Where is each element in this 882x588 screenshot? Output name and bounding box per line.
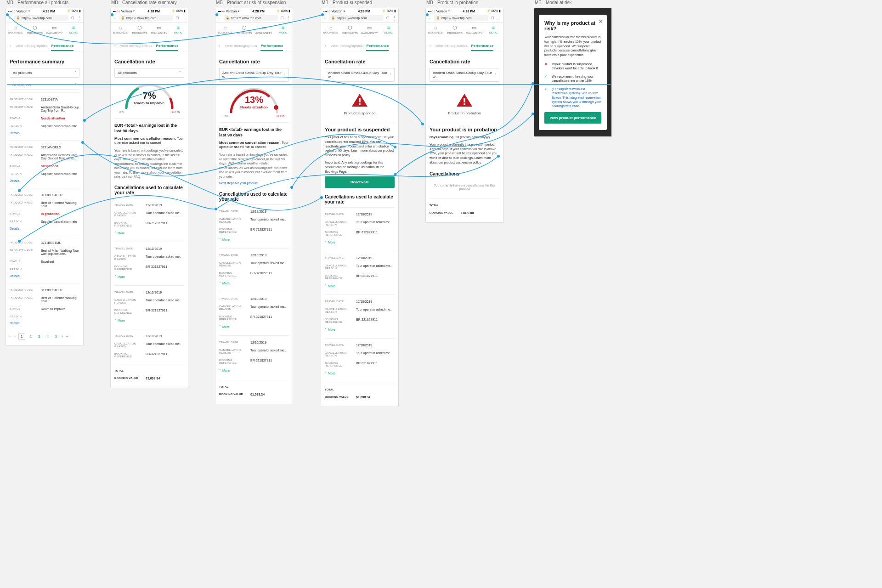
back-icon[interactable]: ← [113,17,117,20]
product-row: PRODUCT CODE3731BESTML PRODUCT NAMEBest … [10,236,79,282]
pager-page[interactable]: 2 [28,334,34,339]
pager-page[interactable]: 3 [36,334,42,339]
tabs-icon[interactable]: ▢ [70,16,75,20]
product-filter[interactable]: Ancient Ostia Small-Group Day Tour w...˅ [430,68,499,82]
more-icon[interactable]: ⋮ [181,16,186,20]
expand-more[interactable]: ˅More [219,368,230,373]
modal-title: Why is my product at risk? [544,20,601,31]
modal-backdrop: ✕ Why is my product at risk? Your cancel… [534,8,612,137]
status-bar: •••○○ Verizon ᯤ4:28 PM⚡ 80% ▮ [111,8,188,14]
nav-bookings[interactable]: ⌂BOOKINGS [6,25,25,34]
expand-more[interactable]: ˅More [114,318,125,322]
more-icon[interactable]: ⋮ [77,16,81,20]
gauge-caption: Needs attention [226,105,282,109]
cxl-heading: Cancellations [430,171,499,176]
url-bar[interactable]: 🔒 https://www.trip.com [14,15,68,21]
page-title: Cancellation rate [430,59,499,64]
pager-page[interactable]: 4 [45,334,50,339]
product-filter[interactable]: All products˅ [114,68,184,78]
value-code: 3731OSTIA [41,98,79,101]
cxl-row: TRAVEL DATE12/18/2019 CANCELLATION REASO… [114,198,184,239]
nav-more[interactable]: ≡MORE [64,25,83,34]
tab-demographics[interactable]: veler demographics [120,44,153,51]
url-bar[interactable]: 🔒https://www.trip.com [119,15,173,21]
chevron-down-icon: ˅ [75,83,77,87]
chevron-left-icon[interactable]: ‹ [114,44,116,51]
expand-more[interactable]: ˅More [219,325,230,329]
product-filter[interactable]: Ancient Ostia Small-Group Day Tour w...˅ [219,68,289,82]
tab-demographics[interactable]: veler demographics [16,44,48,51]
phone-frame: •••○○ Verizon ᯤ4:28 PM⚡ 80% ▮ ←🔒https://… [321,8,399,407]
details-link[interactable]: Details [10,322,19,325]
nav-products[interactable]: ⬡PRODUCTS [25,25,45,34]
product-filter[interactable]: All products˅ [10,68,79,78]
pager-page[interactable]: 1 [18,333,25,340]
expand-more[interactable]: ˅More [114,275,125,279]
nav-bookings[interactable]: ⌂BOOKINGS [111,25,130,34]
expand-more[interactable]: ˅More [325,240,335,244]
tab-performance[interactable]: Performance [156,44,178,51]
phone-frame: •••○○ Verizon ᯤ4:28 PM⚡ 80% ▮ ←🔒https://… [425,8,503,223]
url-text: www.trip.com [33,17,52,20]
expand-more[interactable]: ˅More [219,281,230,285]
rate-explainer: Your rate is based on bookings you've ca… [114,148,184,179]
label-reason: REASON [10,124,38,128]
nav-availability[interactable]: ▭AVAILABILTY [149,25,169,34]
gauge-chart: 13%Needs attention [226,85,282,114]
expand-more[interactable]: ˅More [325,284,335,288]
url-bar[interactable]: 🔒https://www.trip.com [224,15,278,21]
reactivate-button[interactable]: Reactivate [325,176,395,188]
gauge-value: 13% [226,95,282,105]
calendar-icon: ▭ [45,25,64,31]
totals: TOTAL BOOKING VALUE$1,098.34 [325,383,395,401]
sub-tabs: ‹ veler demographics Performance [6,40,83,51]
back-icon[interactable]: ← [8,17,12,20]
nav-products[interactable]: ⬡PRODUCTS [130,25,149,34]
hamburger-icon: ≡ [64,25,83,30]
clock: 4:28 PM [43,10,55,13]
label-status: STATUS [10,117,38,120]
expand-more[interactable]: ˅More [325,328,335,332]
details-link[interactable]: Details [10,274,19,277]
details-link[interactable]: Details [10,131,19,135]
next-steps-link[interactable]: Next steps for your product. [219,181,259,185]
label-code: PRODUCT CODE [10,98,38,101]
back-icon[interactable]: ← [217,17,222,20]
screen-label: MB - Product in probation [425,0,503,5]
nav-more[interactable]: ≡MORE [169,25,188,34]
product-filter[interactable]: Ancient Ostia Small-Group Day Tour w...˅ [325,68,395,82]
svg-rect-2 [359,98,360,102]
cxl-row: TRAVEL DATE12/10/2019 CANCELLATION REASO… [114,285,184,326]
expand-more[interactable]: ˅More [325,371,335,375]
details-link[interactable]: Details [10,179,19,182]
expand-more[interactable]: ˅More [114,231,125,235]
modal-bullet-link[interactable]: ✓(For suppliers without a reservation sy… [544,87,601,108]
close-icon[interactable]: ✕ [599,18,603,25]
view-performance-button[interactable]: View product performance [544,112,601,124]
nav-availability[interactable]: ▭AVAILABILTY [45,25,64,34]
svg-rect-3 [359,103,360,105]
cxl-list-heading: Cancellations used to calculate your rat… [114,185,184,195]
tabs-icon[interactable]: ▢ [175,16,180,20]
status-filter[interactable]: All statuses˅ [10,80,79,90]
banner-text: Your product has been suspended because … [325,135,395,158]
expand-more[interactable]: ˅More [219,237,230,242]
chevron-left-icon[interactable]: ‹ [10,44,11,51]
pager-last[interactable]: » [66,334,68,339]
modal: ✕ Why is my product at risk? Your cancel… [539,15,607,130]
details-link[interactable]: Details [10,227,19,230]
cxl-row: TRAVEL DATE12/10/2019 CANCELLATION REASO… [219,335,289,376]
tab-performance[interactable]: Performance [51,44,74,51]
chevron-down-icon: ˅ [74,71,76,75]
cxl-row: TRAVEL DATE12/10/2019 CANCELLATION REASO… [114,242,184,283]
product-row: PRODUCT CODE3731ANGELS PRODUCT NAMEAngel… [10,140,79,187]
battery: ⚡ 80% ▮ [67,9,81,13]
value-status: Needs attention [41,117,79,120]
pager-next[interactable]: › [62,334,63,339]
cxl-list-heading: Cancellations used to calculate your rat… [219,192,289,202]
warning-caption: Product in probation [430,111,499,115]
phone-frame: •••○○ Verizon ᯤ 4:28 PM ⚡ 80% ▮ ← 🔒 http… [6,8,84,346]
pager-prev: ‹ [14,334,16,339]
empty-state: You currently have no cancellations for … [430,179,499,195]
pager-page[interactable]: 5 [53,334,59,339]
